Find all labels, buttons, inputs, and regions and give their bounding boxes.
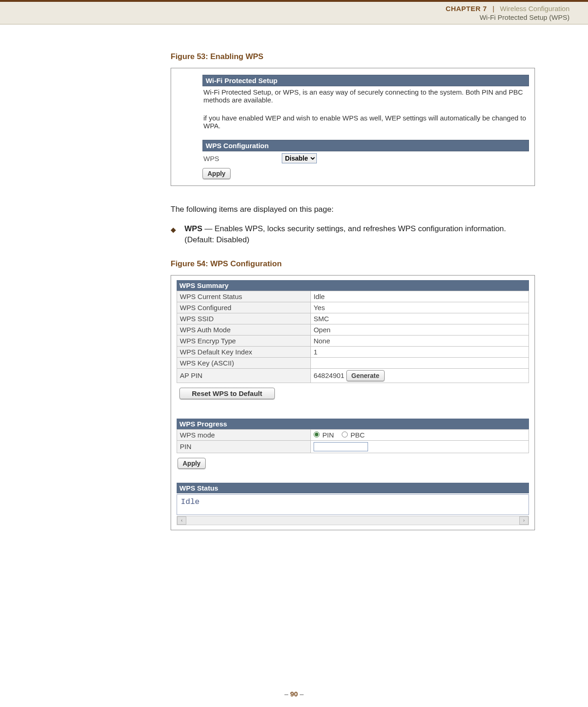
wps-progress-table: WPS mode PIN PBC PIN bbox=[177, 429, 529, 453]
page-header: CHAPTER 7 | Wireless Configuration Wi-Fi… bbox=[0, 0, 588, 24]
wps-summary-table: WPS Current StatusIdle WPS ConfiguredYes… bbox=[177, 291, 529, 383]
section-label: Wireless Configuration bbox=[500, 5, 570, 12]
table-row: PIN bbox=[177, 440, 529, 453]
pin-input[interactable] bbox=[314, 442, 368, 451]
table-row: WPS Auth ModeOpen bbox=[177, 324, 529, 335]
ap-pin-label: AP PIN bbox=[177, 368, 311, 383]
wps-select[interactable]: Disable bbox=[282, 153, 317, 163]
wps-summary-header: WPS Summary bbox=[177, 280, 529, 291]
bullet-label: WPS bbox=[184, 224, 202, 233]
figure54-screenshot: WPS Summary WPS Current StatusIdle WPS C… bbox=[171, 275, 535, 530]
scroll-left-icon[interactable]: ‹ bbox=[177, 516, 186, 525]
chapter-label: CHAPTER 7 bbox=[445, 5, 487, 12]
horizontal-scrollbar[interactable]: ‹ › bbox=[177, 516, 529, 525]
wps-desc2: if you have enabled WEP and wish to enab… bbox=[202, 112, 529, 132]
table-row: WPS mode PIN PBC bbox=[177, 429, 529, 440]
wps-label: WPS bbox=[203, 155, 282, 162]
table-row: WPS Key (ASCII) bbox=[177, 357, 529, 368]
table-row: WPS Default Key Index1 bbox=[177, 346, 529, 357]
bullet-text: — Enables WPS, locks security settings, … bbox=[184, 224, 506, 244]
table-row: WPS Current StatusIdle bbox=[177, 291, 529, 302]
wps-status-box: Idle bbox=[177, 494, 529, 515]
intro-text: The following items are displayed on thi… bbox=[171, 204, 535, 215]
figure53-caption: Figure 53: Enabling WPS bbox=[171, 52, 535, 61]
wps-mode-pbc-radio[interactable] bbox=[342, 431, 348, 437]
wps-mode-label: WPS mode bbox=[177, 429, 311, 440]
bullet-icon: ◆ bbox=[171, 225, 176, 246]
scroll-right-icon[interactable]: › bbox=[519, 516, 529, 525]
subsection-label: Wi-Fi Protected Setup (WPS) bbox=[0, 13, 570, 21]
wps-mode-pin[interactable]: PIN bbox=[314, 431, 334, 439]
wps-desc1: Wi-Fi Protected Setup, or WPS, is an eas… bbox=[202, 86, 529, 106]
wps-status-header: WPS Status bbox=[177, 483, 529, 493]
wps-setup-header: Wi-Fi Protected Setup bbox=[202, 75, 529, 86]
reset-wps-button[interactable]: Reset WPS to Default bbox=[179, 388, 275, 399]
header-separator: | bbox=[493, 5, 494, 12]
table-row: WPS SSIDSMC bbox=[177, 313, 529, 324]
apply-button[interactable]: Apply bbox=[202, 168, 231, 179]
bullet-wps: ◆ WPS — Enables WPS, locks security sett… bbox=[171, 223, 535, 246]
table-row: AP PIN 64824901 Generate bbox=[177, 368, 529, 383]
generate-button[interactable]: Generate bbox=[346, 370, 385, 381]
wps-progress-header: WPS Progress bbox=[177, 419, 529, 429]
page-number: 90 bbox=[290, 690, 298, 698]
ap-pin-value: 64824901 bbox=[314, 371, 344, 379]
figure53-screenshot: Wi-Fi Protected Setup Wi-Fi Protected Se… bbox=[171, 68, 535, 186]
wps-config-header: WPS Configuration bbox=[202, 140, 529, 151]
pin-label: PIN bbox=[177, 440, 311, 453]
wps-mode-pbc[interactable]: PBC bbox=[342, 431, 365, 439]
apply-progress-button[interactable]: Apply bbox=[178, 458, 206, 469]
page-footer: – 90 – bbox=[0, 690, 588, 698]
table-row: WPS Encryp TypeNone bbox=[177, 335, 529, 346]
table-row: WPS ConfiguredYes bbox=[177, 302, 529, 313]
wps-mode-pin-radio[interactable] bbox=[314, 431, 320, 437]
figure54-caption: Figure 54: WPS Configuration bbox=[171, 259, 535, 269]
